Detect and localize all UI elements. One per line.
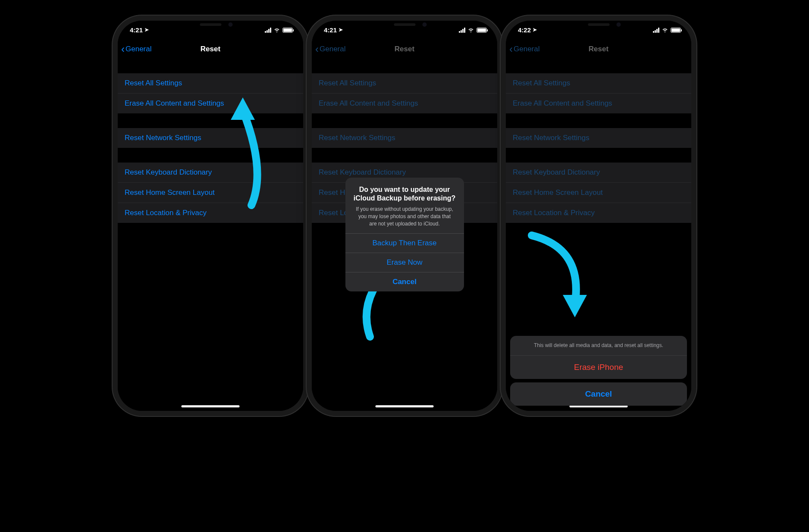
- reset-all-settings: Reset All Settings: [506, 73, 691, 93]
- action-sheet-card: This will delete all media and data, and…: [510, 336, 687, 379]
- cellular-icon: [459, 28, 465, 33]
- nav-bar: ‹ General Reset: [506, 40, 691, 59]
- nav-title: Reset: [312, 45, 497, 53]
- nav-title: Reset: [118, 45, 303, 53]
- nav-bar: ‹ General Reset: [118, 40, 303, 59]
- alert-backdrop: Do you want to update your iCloud Backup…: [312, 59, 497, 411]
- nav-bar: ‹ General Reset: [312, 40, 497, 59]
- alert-title: Do you want to update your iCloud Backup…: [352, 185, 457, 203]
- cellular-icon: [653, 28, 659, 33]
- sheet-cancel-button[interactable]: Cancel: [510, 382, 687, 406]
- status-time: 4:21: [130, 26, 143, 34]
- wifi-icon: [467, 28, 474, 33]
- settings-group-1: Reset All Settings Erase All Content and…: [118, 73, 303, 113]
- annotation-arrow: [523, 231, 596, 323]
- reset-keyboard[interactable]: Reset Keyboard Dictionary: [118, 163, 303, 182]
- battery-icon: [671, 28, 681, 33]
- reset-location[interactable]: Reset Location & Privacy: [118, 203, 303, 223]
- reset-network[interactable]: Reset Network Settings: [118, 128, 303, 148]
- erase-now-button[interactable]: Erase Now: [345, 253, 464, 272]
- reset-location: Reset Location & Privacy: [506, 203, 691, 223]
- settings-group-3: Reset Keyboard Dictionary Reset Home Scr…: [118, 163, 303, 223]
- nav-title: Reset: [506, 45, 691, 53]
- reset-all-settings[interactable]: Reset All Settings: [118, 73, 303, 93]
- location-icon: ➤: [533, 27, 537, 33]
- location-icon: ➤: [339, 27, 343, 33]
- notch: [557, 21, 641, 33]
- settings-group-1: Reset All Settings Erase All Content and…: [506, 73, 691, 113]
- cellular-icon: [265, 28, 271, 33]
- phone-2: 4:21 ➤ ‹ General Reset Reset All Setting…: [312, 21, 497, 411]
- battery-icon: [282, 28, 293, 33]
- status-time: 4:22: [518, 26, 531, 34]
- battery-icon: [477, 28, 487, 33]
- content: Reset All Settings Erase All Content and…: [312, 59, 497, 411]
- alert: Do you want to update your iCloud Backup…: [345, 178, 464, 292]
- erase-iphone-button[interactable]: Erase iPhone: [510, 355, 687, 379]
- action-sheet: This will delete all media and data, and…: [506, 336, 691, 406]
- sheet-message: This will delete all media and data, and…: [510, 336, 687, 355]
- screen: 4:21 ➤ ‹ General Reset Reset All Setting…: [312, 21, 497, 411]
- svg-marker-2: [563, 295, 587, 317]
- erase-all-content[interactable]: Erase All Content and Settings: [118, 93, 303, 113]
- erase-all-content: Erase All Content and Settings: [506, 93, 691, 113]
- wifi-icon: [662, 28, 668, 33]
- location-icon: ➤: [144, 27, 149, 33]
- reset-home[interactable]: Reset Home Screen Layout: [118, 182, 303, 203]
- settings-group-2: Reset Network Settings: [118, 128, 303, 148]
- wifi-icon: [273, 28, 280, 33]
- notch: [363, 21, 447, 33]
- cancel-button[interactable]: Cancel: [345, 272, 464, 291]
- content: Reset All Settings Erase All Content and…: [506, 59, 691, 411]
- notch: [169, 21, 253, 33]
- reset-home: Reset Home Screen Layout: [506, 182, 691, 203]
- settings-group-3: Reset Keyboard Dictionary Reset Home Scr…: [506, 163, 691, 223]
- settings-group-2: Reset Network Settings: [506, 128, 691, 148]
- screen: 4:22 ➤ ‹ General Reset Reset All Setting…: [506, 21, 691, 411]
- reset-keyboard: Reset Keyboard Dictionary: [506, 163, 691, 182]
- content: Reset All Settings Erase All Content and…: [118, 59, 303, 411]
- reset-network: Reset Network Settings: [506, 128, 691, 148]
- screen: 4:21 ➤ ‹ General Reset Reset All Setting…: [118, 21, 303, 411]
- alert-message: If you erase without updating your backu…: [355, 206, 454, 227]
- home-indicator[interactable]: [182, 405, 240, 407]
- backup-then-erase-button[interactable]: Backup Then Erase: [345, 233, 464, 253]
- phone-3: 4:22 ➤ ‹ General Reset Reset All Setting…: [506, 21, 691, 411]
- status-time: 4:21: [324, 26, 337, 34]
- phone-1: 4:21 ➤ ‹ General Reset Reset All Setting…: [118, 21, 303, 411]
